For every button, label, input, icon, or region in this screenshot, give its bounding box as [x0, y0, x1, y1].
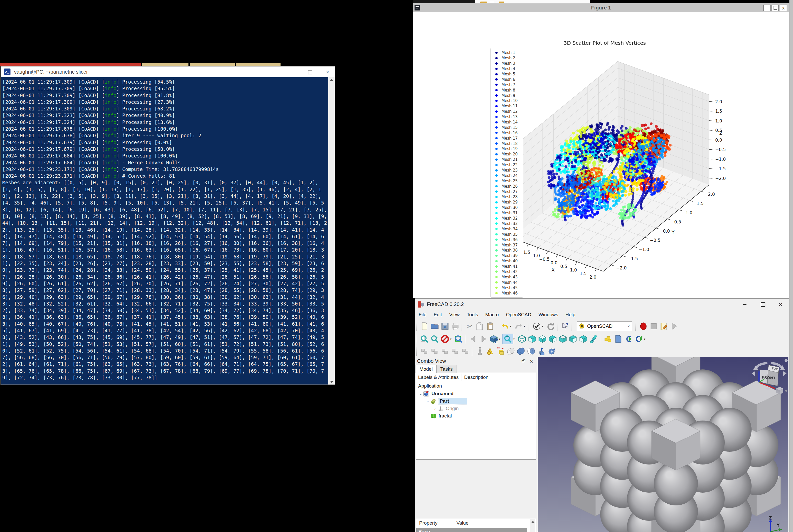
property-col-header[interactable]: Property	[419, 520, 437, 526]
cut-icon[interactable]: ✂	[465, 321, 475, 331]
column-divider[interactable]	[461, 374, 462, 381]
tree-item-part[interactable]: ⌄Part	[425, 397, 467, 405]
toolbar-separator[interactable]	[416, 335, 418, 343]
scroll-up-icon[interactable]	[531, 521, 534, 523]
scroll-up-icon[interactable]	[330, 79, 334, 81]
union-icon[interactable]	[516, 346, 526, 356]
copy-icon[interactable]	[475, 321, 485, 331]
menu-openscad[interactable]: OpenSCAD	[502, 311, 535, 319]
recompute-more-icon[interactable]: ▾	[542, 325, 545, 328]
view-bottom-icon[interactable]	[568, 334, 578, 344]
view-home-icon[interactable]	[489, 334, 499, 344]
nav-forward-icon[interactable]	[478, 334, 489, 344]
whats-this-icon[interactable]: ?	[560, 321, 570, 331]
macro-record-icon[interactable]	[638, 321, 648, 331]
print-icon[interactable]	[450, 321, 460, 331]
view-right-icon[interactable]	[548, 334, 558, 344]
redo-icon[interactable]	[513, 321, 524, 331]
fit-all-icon[interactable]	[419, 334, 430, 344]
menu-tools[interactable]: Tools	[463, 311, 482, 319]
close-panel-icon[interactable]: ✕	[529, 358, 533, 364]
macro-edit-icon[interactable]	[659, 321, 669, 331]
tree-item-unnamed[interactable]: ⌄Unnamed	[418, 390, 454, 397]
paste-icon[interactable]	[485, 321, 495, 331]
toolbar-separator[interactable]	[635, 322, 637, 330]
freecad-3d-viewport[interactable]: FRONT TOP Z Y	[538, 357, 788, 532]
recompute-icon[interactable]	[532, 321, 542, 331]
revolve-icon[interactable]	[547, 346, 557, 356]
view-top-icon[interactable]	[537, 334, 548, 344]
navigation-cube[interactable]: FRONT TOP	[750, 357, 788, 400]
gray-1-icon[interactable]	[419, 346, 430, 356]
terminal-close-button[interactable]: ×	[322, 69, 334, 76]
toolbar-separator[interactable]	[557, 322, 559, 330]
resize-mesh-icon[interactable]	[495, 346, 506, 356]
openscad-doc-icon[interactable]	[613, 334, 623, 344]
undo-more-icon[interactable]: ▾	[510, 325, 513, 328]
gray-4-icon[interactable]	[450, 346, 460, 356]
link-export-icon[interactable]	[634, 334, 644, 344]
bounding-box-icon[interactable]	[454, 334, 464, 344]
nav-back-icon[interactable]	[468, 334, 478, 344]
minkowski-icon[interactable]	[485, 346, 495, 356]
chevron-down-icon[interactable]: ⌄	[425, 399, 430, 403]
value-col-header[interactable]: Value	[456, 520, 469, 526]
openscad-add-icon[interactable]	[603, 334, 613, 344]
figure-minimize-button[interactable]: _	[763, 5, 771, 11]
macro-play-icon[interactable]	[669, 321, 679, 331]
refresh-icon[interactable]	[545, 321, 556, 331]
tab-model[interactable]: Model	[416, 365, 436, 373]
toolbar-separator[interactable]	[461, 322, 464, 330]
view-rear-icon[interactable]	[558, 334, 568, 344]
property-scrollbar[interactable]	[530, 519, 535, 532]
tab-tasks[interactable]: Tasks	[436, 365, 456, 373]
clip-more-icon[interactable]: ▾	[450, 338, 454, 341]
new-file-icon[interactable]	[419, 321, 430, 331]
tree-item-fractal[interactable]: fractal	[425, 412, 452, 419]
link-import-icon[interactable]	[623, 334, 634, 344]
toolbar-separator[interactable]	[497, 322, 498, 330]
save-file-icon[interactable]	[440, 321, 450, 331]
menu-macro[interactable]: Macro	[482, 311, 503, 319]
chevron-right-icon[interactable]: ›	[432, 406, 437, 411]
column-description[interactable]: Description	[464, 374, 488, 381]
figure-titlebar[interactable]: Figure 1 _ X	[413, 3, 789, 13]
scroll-down-icon[interactable]	[330, 381, 334, 383]
figure-maximize-button[interactable]	[772, 5, 779, 11]
menu-windows[interactable]: Windows	[535, 311, 562, 319]
sync-view-icon[interactable]	[503, 334, 513, 344]
terminal-maximize-button[interactable]	[304, 69, 316, 76]
menu-help[interactable]: Help	[562, 311, 579, 319]
undo-icon[interactable]	[500, 321, 510, 331]
measure-icon[interactable]	[588, 334, 599, 344]
combo-view-header[interactable]: Combo View 🗗 ✕	[415, 357, 537, 365]
freecad-minimize-button[interactable]	[739, 301, 750, 308]
menu-view[interactable]: View	[446, 311, 463, 319]
gray-2-icon[interactable]	[430, 346, 440, 356]
menu-edit[interactable]: Edit	[430, 311, 446, 319]
freecad-close-button[interactable]: ×	[775, 301, 786, 308]
float-panel-icon[interactable]: 🗗	[522, 358, 526, 363]
minkowski-person-icon[interactable]	[475, 346, 485, 356]
extrude-icon[interactable]	[536, 346, 547, 356]
gray-5-icon[interactable]	[460, 346, 471, 356]
toolbar-separator[interactable]	[472, 347, 474, 356]
fit-selection-icon[interactable]	[430, 334, 440, 344]
macro-stop-icon[interactable]	[648, 321, 659, 331]
hull-icon[interactable]	[506, 346, 516, 356]
clip-plane-icon[interactable]	[440, 334, 450, 344]
gray-3-icon[interactable]	[440, 346, 450, 356]
axonometric-icon[interactable]	[517, 334, 527, 344]
redo-more-icon[interactable]: ▾	[524, 325, 527, 328]
tree-item-origin[interactable]: ›Origin	[432, 405, 459, 412]
toolbar-separator[interactable]	[600, 335, 602, 343]
toolbar-separator[interactable]	[416, 347, 418, 356]
intersection-icon[interactable]	[526, 346, 536, 356]
column-labels-attributes[interactable]: Labels & Attributes	[418, 374, 458, 381]
terminal-minimize-button[interactable]	[286, 69, 298, 76]
freecad-titlebar[interactable]: FreeCAD 0.20.2 ×	[415, 299, 789, 310]
figure-close-button[interactable]: X	[780, 5, 787, 11]
freecad-maximize-button[interactable]	[757, 301, 769, 308]
sync-more-icon[interactable]: ▾	[513, 338, 517, 341]
terminal-titlebar[interactable]: >_ vaughn@PC: ~/parametric slicer ×	[1, 66, 335, 77]
